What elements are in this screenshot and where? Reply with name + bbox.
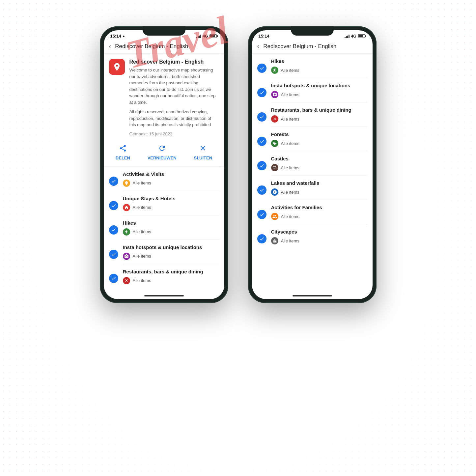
battery-icon [210, 34, 218, 38]
alle-items: Alle items [281, 92, 299, 97]
check-circle [109, 225, 118, 235]
category-sub: Alle items [271, 237, 367, 244]
category-content: Hikes Alle items [123, 220, 219, 240]
status-time-left: 15:14 ▲ [110, 34, 126, 39]
signal-icon-right [345, 34, 350, 38]
battery-icon-right [358, 34, 366, 38]
category-sub: Alle items [271, 140, 367, 147]
category-name: Forests [271, 131, 367, 137]
category-icon [271, 67, 278, 74]
category-icon [271, 140, 278, 147]
category-name: Unique Stays & Hotels [123, 196, 219, 201]
category-content: Insta hotspots & unique locations Alle i… [271, 83, 367, 102]
phone-right: 15:14 4G [248, 26, 377, 303]
category-families[interactable]: Activities for Families Alle items [252, 200, 373, 224]
alle-items: Alle items [281, 214, 299, 219]
phone-left: 15:14 ▲ 4G [100, 26, 228, 303]
status-time-right: 15:14 [259, 34, 269, 39]
category-sub: Alle items [271, 164, 367, 171]
category-sub: Alle items [123, 204, 219, 211]
check-circle [257, 234, 266, 243]
back-button-right[interactable]: ‹ [257, 42, 260, 50]
category-name: Restaurants, bars & unique dining [271, 107, 367, 113]
action-buttons: DELEN VERNIEUWEN [104, 136, 224, 167]
vernieuwen-label: VERNIEUWEN [148, 155, 177, 160]
back-button-left[interactable]: ‹ [109, 42, 111, 50]
category-name: Hikes [271, 58, 367, 64]
category-name: Insta hotspots & unique locations [271, 83, 367, 88]
category-hikes-left[interactable]: Hikes Alle items [104, 215, 224, 240]
network-type-right: 4G [351, 34, 356, 39]
category-lakes[interactable]: Lakes and waterfalls Alle items [252, 176, 373, 200]
category-sub: Alle items [123, 180, 219, 187]
sluiten-button[interactable]: SLUITEN [194, 142, 212, 160]
category-insta-right[interactable]: Insta hotspots & unique locations Alle i… [252, 78, 373, 102]
check-circle [109, 177, 118, 186]
category-forests[interactable]: Forests Alle items [252, 127, 373, 151]
category-name: Hikes [123, 220, 219, 226]
category-icon [271, 188, 278, 196]
category-content: Forests Alle items [271, 131, 367, 151]
alle-items: Alle items [133, 278, 151, 283]
category-icon [123, 277, 130, 284]
category-restaurants-left[interactable]: Restaurants, bars & unique dining Alle i… [104, 264, 224, 288]
categories-list-left: Activities & Visits Alle items [104, 167, 224, 288]
notch-left [143, 26, 185, 36]
alle-items: Alle items [133, 181, 151, 185]
category-activities-visits[interactable]: Activities & Visits Alle items [104, 167, 224, 191]
category-sub: Alle items [271, 91, 367, 98]
app-title: Rediscover Belgium - English [129, 59, 219, 65]
category-cityscapes[interactable]: Cityscapes Alle items [252, 224, 373, 248]
category-name: Castles [271, 156, 367, 161]
app-description: Welcome to our interactive map showcasin… [129, 67, 219, 105]
screen-right: 15:14 4G [252, 30, 373, 299]
alle-items: Alle items [281, 141, 299, 146]
status-icons-right: 4G [345, 34, 366, 39]
signal-icon [196, 34, 201, 38]
category-icon [271, 115, 278, 123]
category-icon [271, 91, 278, 98]
share-icon [117, 142, 129, 154]
alle-items: Alle items [133, 229, 151, 234]
alle-items: Alle items [133, 205, 151, 210]
status-icons-left: 4G [196, 34, 217, 39]
category-hikes-right[interactable]: Hikes Alle items [252, 54, 373, 78]
category-content: Insta hotspots & unique locations Alle i… [123, 244, 219, 264]
check-circle [257, 64, 266, 73]
alle-items: Alle items [281, 117, 299, 122]
check-circle [257, 161, 266, 170]
phones-container: 15:14 ▲ 4G [100, 26, 377, 303]
category-castles[interactable]: Castles Alle items [252, 151, 373, 176]
category-icon [123, 228, 130, 236]
category-content: Activities & Visits Alle items [123, 171, 219, 191]
category-insta-left[interactable]: Insta hotspots & unique locations Alle i… [104, 240, 224, 264]
delen-button[interactable]: DELEN [116, 142, 130, 160]
category-content: Castles Alle items [271, 156, 367, 176]
category-content: Activities for Families Alle items [271, 205, 367, 224]
time-display: 15:14 [110, 34, 121, 39]
category-icon [123, 204, 130, 211]
screen-left: 15:14 ▲ 4G [104, 30, 224, 299]
vernieuwen-button[interactable]: VERNIEUWEN [148, 142, 177, 160]
category-icon [123, 253, 130, 260]
location-arrow: ▲ [122, 34, 126, 38]
category-name: Activities for Families [271, 205, 367, 210]
app-icon [109, 59, 125, 75]
category-name: Lakes and waterfalls [271, 180, 367, 186]
category-icon [123, 180, 130, 187]
check-circle [109, 274, 118, 283]
time-display-right: 15:14 [259, 34, 269, 39]
category-restaurants-right[interactable]: Restaurants, bars & unique dining Alle i… [252, 102, 373, 127]
delen-label: DELEN [116, 155, 130, 160]
check-circle [257, 88, 266, 97]
alle-items: Alle items [281, 190, 299, 195]
category-sub: Alle items [271, 115, 367, 123]
screen-content-right[interactable]: Hikes Alle items [252, 54, 373, 293]
check-circle [257, 112, 266, 122]
check-circle [257, 210, 266, 219]
category-content: Hikes Alle items [271, 58, 367, 78]
alle-items: Alle items [281, 165, 299, 170]
category-unique-stays[interactable]: Unique Stays & Hotels Alle items [104, 191, 224, 215]
screen-content-left[interactable]: Rediscover Belgium - English Welcome to … [104, 54, 224, 293]
app-info: Rediscover Belgium - English Welcome to … [129, 59, 219, 105]
